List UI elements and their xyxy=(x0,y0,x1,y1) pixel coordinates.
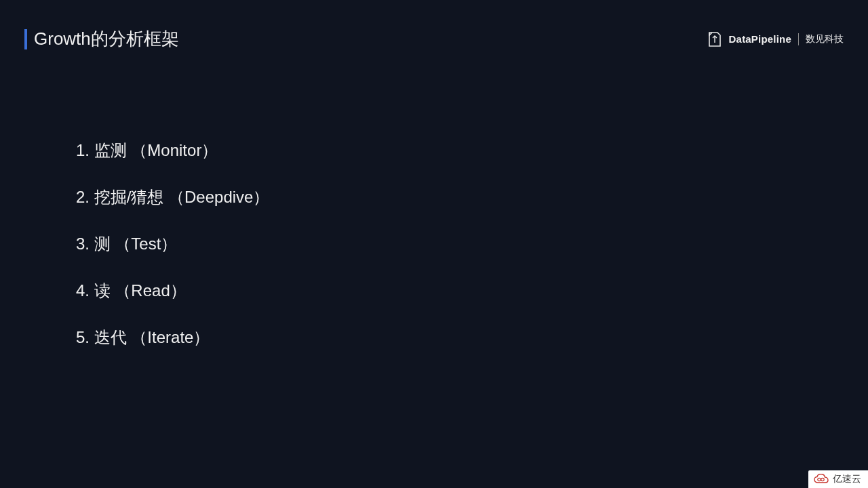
svg-point-0 xyxy=(818,478,821,481)
slide-header: Growth的分析框架 DataPipeline 数见科技 xyxy=(24,27,844,51)
list-item: 4. 读 （Read） xyxy=(76,280,269,302)
brand-name-cn: 数见科技 xyxy=(806,33,844,45)
yisu-cloud-icon xyxy=(814,474,829,485)
list-item: 3. 测 （Test） xyxy=(76,233,269,255)
list-item: 5. 迭代 （Iterate） xyxy=(76,327,269,348)
slide-title: Growth的分析框架 xyxy=(34,27,179,51)
logo-divider xyxy=(798,33,799,45)
brand-name: DataPipeline xyxy=(729,33,791,45)
title-accent-bar xyxy=(24,29,27,49)
watermark-text: 亿速云 xyxy=(833,473,861,485)
content-list: 1. 监测 （Monitor） 2. 挖掘/猜想 （Deepdive） 3. 测… xyxy=(76,140,269,373)
list-item: 1. 监测 （Monitor） xyxy=(76,140,269,161)
brand-logo-area: DataPipeline 数见科技 xyxy=(707,30,844,48)
watermark: 亿速云 xyxy=(808,470,868,488)
title-wrap: Growth的分析框架 xyxy=(24,27,179,51)
svg-point-1 xyxy=(821,478,824,481)
datapipeline-logo-icon xyxy=(707,30,722,48)
list-item: 2. 挖掘/猜想 （Deepdive） xyxy=(76,186,269,208)
